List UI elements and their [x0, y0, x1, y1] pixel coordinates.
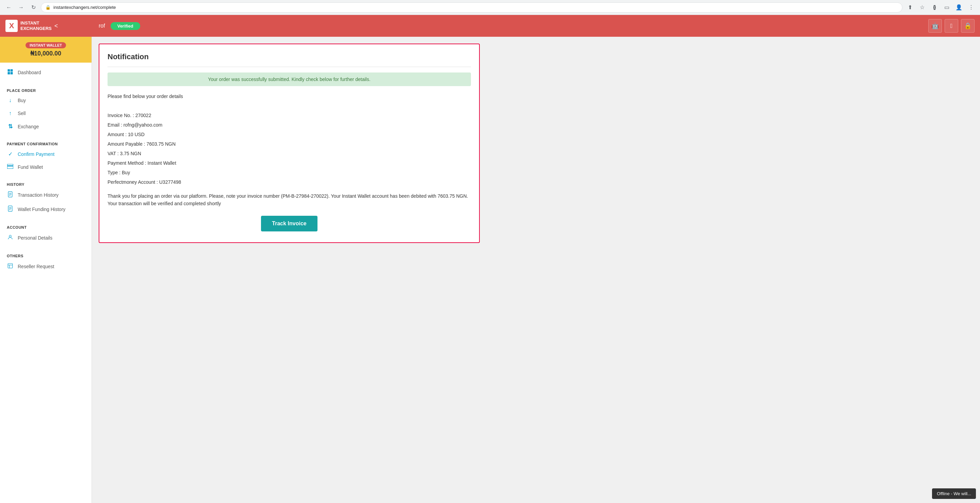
payment-method: Payment Method : Instant Wallet: [108, 158, 471, 168]
app-wrapper: X INSTANT EXCHANGERS < rof Verified 🤖  …: [0, 15, 980, 503]
sidebar-item-wallet-funding-history[interactable]: Wallet Funding History: [0, 202, 92, 216]
sidebar-item-fund-wallet[interactable]: Fund Wallet: [0, 161, 92, 174]
sidebar-item-fund-wallet-label: Fund Wallet: [18, 164, 43, 170]
sidebar-item-reseller-request-label: Reseller Request: [18, 264, 54, 269]
lock-icon-button[interactable]: 🔒: [961, 19, 975, 33]
buy-icon: ↓: [7, 97, 14, 103]
share-button[interactable]: ⬆: [905, 3, 915, 12]
sidebar-item-dashboard-label: Dashboard: [18, 70, 41, 75]
nav-section-place-order: PLACE ORDER ↓ Buy ↑ Sell ⇅ Exchange: [0, 82, 92, 136]
svg-rect-2: [8, 72, 10, 75]
reseller-request-icon: [7, 263, 14, 270]
section-header-others: OTHERS: [0, 250, 92, 259]
sidebar-item-buy[interactable]: ↓ Buy: [0, 94, 92, 107]
extension-button[interactable]: 🮽: [930, 3, 939, 12]
order-details: Please find below your order details Inv…: [108, 92, 471, 187]
section-header-account: ACCOUNT: [0, 222, 92, 231]
cast-button[interactable]: ▭: [942, 3, 951, 12]
android-icon-button[interactable]: 🤖: [928, 19, 942, 33]
svg-point-14: [9, 235, 11, 237]
sidebar-item-buy-label: Buy: [18, 98, 26, 103]
account-button[interactable]: 👤: [954, 3, 964, 12]
amount: Amount : 10 USD: [108, 130, 471, 139]
main-area: INSTANT WALLET ₦10,000.00 ​ Dashboard PL…: [0, 37, 980, 503]
track-invoice-button[interactable]: Track Invoice: [261, 216, 317, 231]
forward-button[interactable]: →: [16, 3, 26, 12]
wallet-label: INSTANT WALLET: [25, 42, 66, 48]
logo: X INSTANT EXCHANGERS: [5, 20, 52, 32]
exchange-icon: ⇅: [7, 123, 14, 130]
success-banner: Your order was successfully submitted. K…: [108, 73, 471, 86]
sidebar-item-wallet-funding-history-label: Wallet Funding History: [18, 207, 65, 212]
order-intro: Please find below your order details: [108, 92, 471, 101]
header-actions: 🤖  🔒: [923, 19, 980, 33]
fund-wallet-icon: [7, 164, 14, 170]
sidebar-item-transaction-history-label: Transaction History: [18, 192, 59, 198]
section-header-payment: PAYMENT CONFIRMATION: [0, 138, 92, 147]
content-area: Notification Your order was successfully…: [92, 37, 980, 503]
svg-rect-0: [8, 69, 10, 72]
wallet-funding-history-icon: [7, 205, 14, 213]
section-header-place-order: PLACE ORDER: [0, 85, 92, 94]
lock-icon: 🔒: [45, 5, 51, 10]
svg-rect-1: [11, 69, 13, 72]
vat: VAT : 3.75 NGN: [108, 149, 471, 158]
address-bar[interactable]: 🔒 instantexchangers.net/complete: [41, 2, 902, 13]
browser-chrome: ← → ↻ 🔒 instantexchangers.net/complete ⬆…: [0, 0, 980, 15]
sidebar-item-dashboard[interactable]: ​ Dashboard: [0, 65, 92, 80]
menu-button[interactable]: ⋮: [966, 3, 976, 12]
amount-payable: Amount Payable : 7603.75 NGN: [108, 139, 471, 149]
wallet-amount: ₦10,000.00: [5, 50, 86, 57]
offline-badge: Offline - We will...: [932, 489, 976, 499]
sidebar-item-confirm-payment-label: Confirm Payment: [18, 151, 54, 157]
sidebar-item-personal-details-label: Personal Details: [18, 235, 52, 240]
username-text: rof: [99, 23, 105, 29]
logo-area: X INSTANT EXCHANGERS <: [0, 15, 92, 37]
sidebar-item-sell-label: Sell: [18, 111, 25, 116]
invoice-no: Invoice No. : 270022: [108, 111, 471, 120]
svg-rect-5: [7, 166, 13, 166]
personal-details-icon: [7, 234, 14, 242]
back-button[interactable]: ←: [4, 3, 14, 12]
success-message: Your order was successfully submitted. K…: [208, 76, 370, 82]
sidebar-item-exchange-label: Exchange: [18, 124, 39, 129]
apple-icon-button[interactable]: : [945, 19, 958, 33]
notification-card: Notification Your order was successfully…: [99, 43, 480, 243]
header-center: rof Verified: [92, 22, 923, 30]
section-header-history: HISTORY: [0, 179, 92, 188]
thank-you-text: Thank you for placing an order via our p…: [108, 192, 471, 208]
nav-section-payment: PAYMENT CONFIRMATION ✓ Confirm Payment F…: [0, 136, 92, 176]
svg-rect-15: [8, 263, 13, 268]
top-header: X INSTANT EXCHANGERS < rof Verified 🤖  …: [0, 15, 980, 37]
svg-rect-3: [11, 72, 13, 75]
sell-icon: ↑: [7, 110, 14, 116]
nav-section-main: ​ Dashboard: [0, 63, 92, 82]
type: Type : Buy: [108, 168, 471, 177]
dashboard-icon: ​: [7, 69, 14, 76]
reload-button[interactable]: ↻: [29, 3, 38, 12]
logo-name: INSTANT EXCHANGERS: [21, 21, 52, 31]
collapse-sidebar-button[interactable]: <: [52, 22, 61, 30]
verified-badge: Verified: [111, 22, 140, 30]
bookmark-button[interactable]: ☆: [917, 3, 927, 12]
sidebar-item-reseller-request[interactable]: Reseller Request: [0, 259, 92, 274]
notification-title: Notification: [108, 53, 471, 61]
sidebar-item-personal-details[interactable]: Personal Details: [0, 231, 92, 245]
nav-section-history: HISTORY Transaction History Wallet Fundi…: [0, 176, 92, 219]
nav-section-others: OTHERS Reseller Request: [0, 248, 92, 276]
sidebar-item-transaction-history[interactable]: Transaction History: [0, 188, 92, 202]
perfectmoney-account: Perfectmoney Account : U3277498: [108, 177, 471, 187]
confirm-payment-icon: ✓: [7, 151, 14, 157]
divider-top: [108, 67, 471, 67]
sidebar-item-exchange[interactable]: ⇅ Exchange: [0, 120, 92, 133]
url-text: instantexchangers.net/complete: [53, 5, 116, 10]
logo-x-icon: X: [5, 20, 18, 32]
sidebar: INSTANT WALLET ₦10,000.00 ​ Dashboard PL…: [0, 37, 92, 503]
transaction-history-icon: [7, 191, 14, 199]
sidebar-item-sell[interactable]: ↑ Sell: [0, 107, 92, 120]
nav-section-account: ACCOUNT Personal Details: [0, 219, 92, 248]
email: Email : rofng@yahoo.com: [108, 120, 471, 130]
wallet-section: INSTANT WALLET ₦10,000.00: [0, 37, 92, 63]
sidebar-item-confirm-payment[interactable]: ✓ Confirm Payment: [0, 147, 92, 161]
